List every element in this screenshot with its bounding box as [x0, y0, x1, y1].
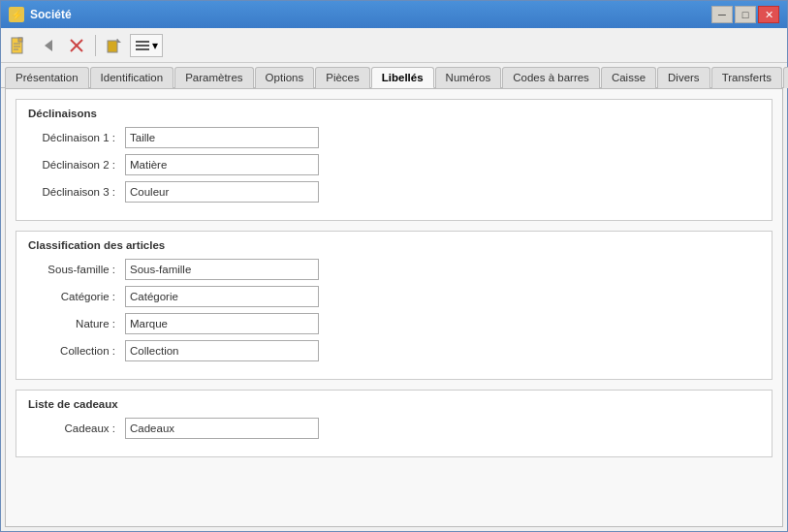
- new-icon: [10, 37, 27, 54]
- declinaisons-section: Déclinaisons Déclinaison 1 : Déclinaison…: [16, 99, 772, 221]
- tab-identification[interactable]: Identification: [90, 67, 174, 88]
- tab-divers[interactable]: Divers: [657, 67, 710, 88]
- toolbar-separator: [95, 35, 96, 56]
- cadeaux-section: Liste de cadeaux Cadeaux :: [16, 390, 772, 457]
- cancel-icon: [68, 37, 85, 54]
- nature-input[interactable]: [125, 313, 319, 334]
- declinaison-1-label: Déclinaison 1 :: [28, 132, 125, 143]
- toolbar-action-button[interactable]: [101, 32, 128, 59]
- nature-row: Nature :: [28, 313, 760, 334]
- svg-marker-5: [45, 40, 52, 51]
- classification-title: Classification des articles: [28, 239, 760, 251]
- svg-rect-13: [136, 48, 149, 50]
- tab-caisse[interactable]: Caisse: [601, 67, 656, 88]
- sous-famille-label: Sous-famille :: [28, 264, 125, 275]
- tab-presentation[interactable]: Présentation: [5, 67, 89, 88]
- declinaison-1-input[interactable]: [125, 127, 319, 148]
- declinaison-3-label: Déclinaison 3 :: [28, 186, 125, 198]
- title-bar-left: ⚡ Société: [9, 7, 72, 22]
- declinaison-3-input[interactable]: [125, 181, 319, 203]
- tab-options[interactable]: Options: [255, 67, 315, 88]
- tab-impressions[interactable]: Impressions: [783, 67, 788, 88]
- minimize-button[interactable]: ─: [711, 6, 733, 23]
- tab-pieces[interactable]: Pièces: [315, 67, 370, 88]
- dropdown-arrow: ▾: [152, 39, 158, 52]
- toolbar-dropdown[interactable]: ▾: [130, 34, 163, 57]
- tab-codes-barres[interactable]: Codes à barres: [502, 67, 600, 88]
- sous-famille-row: Sous-famille :: [28, 259, 760, 280]
- categorie-row: Catégorie :: [28, 286, 760, 307]
- title-bar-buttons: ─ □ ✕: [711, 6, 779, 23]
- tab-bar: Présentation Identification Paramètres O…: [1, 63, 787, 88]
- declinaison-3-row: Déclinaison 3 :: [28, 181, 760, 203]
- title-bar: ⚡ Société ─ □ ✕: [1, 1, 787, 28]
- tab-libelles[interactable]: Libellés: [371, 67, 434, 88]
- declinaison-2-label: Déclinaison 2 :: [28, 159, 125, 171]
- collection-label: Collection :: [28, 345, 125, 357]
- back-icon: [39, 37, 56, 54]
- tab-transferts[interactable]: Transferts: [711, 67, 782, 88]
- cadeaux-row: Cadeaux :: [28, 418, 760, 439]
- cadeaux-input[interactable]: [125, 418, 319, 439]
- window-title: Société: [30, 8, 72, 21]
- main-content: Déclinaisons Déclinaison 1 : Déclinaison…: [5, 88, 783, 527]
- declinaison-1-row: Déclinaison 1 :: [28, 127, 760, 148]
- main-window: ⚡ Société ─ □ ✕: [0, 0, 788, 532]
- svg-rect-8: [108, 41, 117, 52]
- action-icon: [106, 37, 123, 54]
- classification-section: Classification des articles Sous-famille…: [16, 231, 772, 380]
- cadeaux-title: Liste de cadeaux: [28, 398, 760, 410]
- collection-input[interactable]: [125, 340, 319, 361]
- menu-icon: [135, 38, 150, 53]
- toolbar-back-button[interactable]: [34, 32, 61, 59]
- svg-rect-11: [136, 41, 149, 43]
- tab-numeros[interactable]: Numéros: [435, 67, 502, 88]
- collection-row: Collection :: [28, 340, 760, 361]
- close-button[interactable]: ✕: [758, 6, 779, 23]
- svg-marker-9: [117, 39, 121, 43]
- categorie-input[interactable]: [125, 286, 319, 307]
- cadeaux-label: Cadeaux :: [28, 422, 125, 434]
- toolbar: ▾: [1, 28, 787, 63]
- app-icon: ⚡: [9, 7, 24, 22]
- toolbar-new-button[interactable]: [5, 32, 32, 59]
- declinaison-2-input[interactable]: [125, 154, 319, 175]
- nature-label: Nature :: [28, 318, 125, 329]
- tab-parametres[interactable]: Paramètres: [174, 67, 253, 88]
- svg-rect-12: [136, 45, 149, 47]
- categorie-label: Catégorie :: [28, 291, 125, 302]
- toolbar-cancel-button[interactable]: [63, 32, 90, 59]
- svg-rect-1: [18, 38, 22, 42]
- declinaisons-title: Déclinaisons: [28, 108, 760, 119]
- sous-famille-input[interactable]: [125, 259, 319, 280]
- declinaison-2-row: Déclinaison 2 :: [28, 154, 760, 175]
- restore-button[interactable]: □: [735, 6, 756, 23]
